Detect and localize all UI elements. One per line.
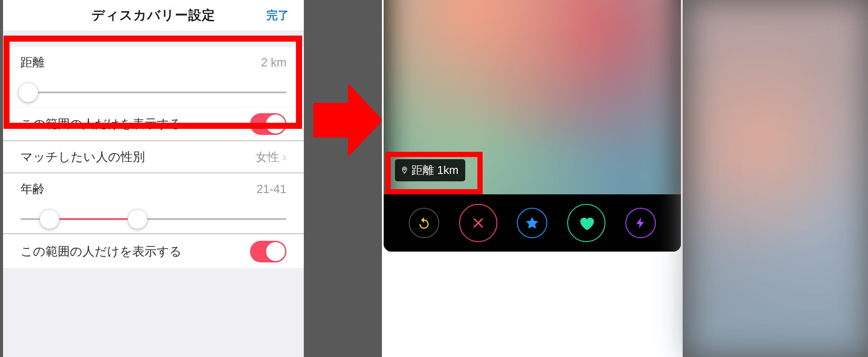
settings-header: ディスカバリー設定 完了 <box>3 0 304 31</box>
range-only-toggle-2[interactable] <box>250 241 286 262</box>
age-value: 21-41 <box>256 183 286 196</box>
nope-button[interactable] <box>459 204 497 242</box>
adjacent-card-blurred <box>688 0 868 357</box>
settings-phone: ディスカバリー設定 完了 距離 2 km この範囲の人だけを表示する マッチした… <box>3 0 304 357</box>
distance-value: 2 km <box>261 56 286 69</box>
age-slider-thumb-min[interactable] <box>39 209 59 229</box>
annotation-arrow-icon <box>313 83 383 157</box>
range-only-toggle-row-truncated: この範囲の人だけを表示する <box>3 107 304 141</box>
distance-section: 距離 2 km この範囲の人だけを表示する <box>3 47 304 141</box>
star-icon <box>525 216 539 230</box>
age-row: 年齢 21-41 <box>3 174 304 205</box>
page-title: ディスカバリー設定 <box>92 7 215 24</box>
distance-row: 距離 2 km <box>3 47 304 78</box>
rewind-button[interactable] <box>409 208 439 238</box>
age-section: 年齢 21-41 <box>3 174 304 233</box>
range-only-toggle-row: この範囲の人だけを表示する <box>3 234 304 268</box>
gender-value: 女性 <box>256 149 279 165</box>
age-slider[interactable] <box>3 205 304 233</box>
done-button[interactable]: 完了 <box>266 8 289 23</box>
rewind-icon <box>417 216 431 230</box>
distance-chip: 距離 1km <box>395 159 465 181</box>
swipe-action-bar <box>384 194 681 252</box>
gender-row[interactable]: マッチしたい人の性別 女性 › <box>3 141 304 173</box>
distance-label: 距離 <box>20 54 45 71</box>
bolt-icon <box>634 216 647 229</box>
profile-card[interactable]: 距離 1km <box>384 0 681 252</box>
superlike-button[interactable] <box>517 208 547 238</box>
boost-button[interactable] <box>625 208 656 238</box>
heart-icon <box>577 214 595 232</box>
range-only-label-truncated: この範囲の人だけを表示する <box>20 116 182 132</box>
like-button[interactable] <box>567 204 605 242</box>
swipe-phone: 距離 1km 1 <box>382 0 683 357</box>
range-only-toggle-1[interactable] <box>250 113 286 135</box>
distance-slider[interactable] <box>3 78 304 107</box>
gender-label: マッチしたい人の性別 <box>20 149 145 165</box>
location-pin-icon <box>400 166 409 175</box>
chevron-right-icon: › <box>283 150 286 164</box>
x-icon <box>470 215 487 231</box>
distance-slider-thumb[interactable] <box>18 82 38 102</box>
svg-marker-0 <box>313 83 383 157</box>
age-label: 年齢 <box>20 181 45 197</box>
range-only-label: この範囲の人だけを表示する <box>20 243 182 260</box>
age-slider-thumb-max[interactable] <box>128 209 148 229</box>
distance-chip-text: 距離 1km <box>411 163 458 178</box>
